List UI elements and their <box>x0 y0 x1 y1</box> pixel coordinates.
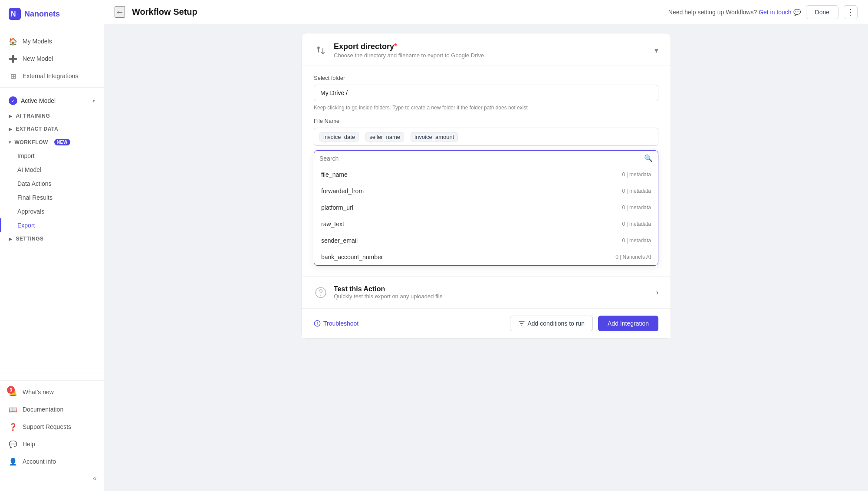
section-label: WORKFLOW <box>15 139 48 145</box>
svg-text:N: N <box>11 10 16 18</box>
dropdown-item-name: platform_url <box>321 204 353 211</box>
dropdown-item-name: sender_email <box>321 237 358 244</box>
integrations-icon: ⊞ <box>9 72 17 80</box>
sidebar-item-my-models[interactable]: 🏠 My Models <box>0 33 104 50</box>
sidebar-item-export[interactable]: Export <box>0 218 104 232</box>
sidebar-item-label: What's new <box>23 389 54 395</box>
test-icon <box>314 286 328 300</box>
app-header: ← Workflow Setup Need help setting up Wo… <box>104 0 868 24</box>
back-button[interactable]: ← <box>115 6 125 18</box>
sidebar-section-extract-data[interactable]: ▶ EXTRACT DATA <box>0 122 104 135</box>
folder-input[interactable] <box>314 85 658 101</box>
export-directory-header: Export directory* Choose the directory a… <box>302 33 671 66</box>
main-content: ← Workflow Setup Need help setting up Wo… <box>104 0 868 491</box>
add-integration-button[interactable]: Add Integration <box>598 316 658 331</box>
section-subtitle: Choose the directory and filename to exp… <box>334 52 486 59</box>
active-model-toggle[interactable]: ✓ Active Model ▾ <box>0 92 104 109</box>
main-scroll-area: Export directory* Choose the directory a… <box>104 24 868 491</box>
sidebar-item-account-info[interactable]: 👤 Account info <box>0 453 104 470</box>
dropdown-item-raw-text[interactable]: raw_text 0 | metadata <box>314 216 658 232</box>
filter-icon <box>518 320 525 327</box>
sidebar-section-workflow[interactable]: ▾ WORKFLOW NEW <box>0 135 104 149</box>
svg-point-3 <box>320 294 321 295</box>
sidebar-item-label: My Models <box>23 38 52 45</box>
select-folder-label: Select folder <box>314 75 658 81</box>
sidebar-item-data-actions[interactable]: Data Actions <box>0 177 104 191</box>
troubleshoot-button[interactable]: Troubleshoot <box>314 320 358 327</box>
test-action-chevron-icon: › <box>656 289 658 297</box>
question-icon: ❓ <box>9 422 17 431</box>
section-label: SETTINGS <box>16 236 44 242</box>
sidebar-item-final-results[interactable]: Final Results <box>0 191 104 204</box>
dropdown-item-forwarded-from[interactable]: forwarded_from 0 | metadata <box>314 183 658 199</box>
dropdown-item-file-name[interactable]: file_name 0 | metadata <box>314 166 658 183</box>
more-icon: ⋮ <box>847 7 855 17</box>
sidebar-section-ai-training[interactable]: ▶ AI TRAINING <box>0 109 104 122</box>
active-model-section: ✓ Active Model ▾ ▶ AI TRAINING ▶ EXTRACT… <box>0 90 104 245</box>
sidebar: N Nanonets 🏠 My Models ➕ New Model ⊞ Ext… <box>0 0 104 491</box>
get-in-touch-link[interactable]: Get in touch <box>759 9 792 16</box>
done-button[interactable]: Done <box>806 5 838 19</box>
dropdown-item-meta: 0 | metadata <box>622 171 651 178</box>
folder-hint: Keep clicking to go inside folders. Type… <box>314 105 658 111</box>
dropdown-list: file_name 0 | metadata forwarded_from 0 … <box>314 166 658 265</box>
dropdown-item-meta: 0 | metadata <box>622 221 651 227</box>
dropdown-item-meta: 0 | metadata <box>622 237 651 244</box>
dropdown-item-name: raw_text <box>321 221 344 227</box>
card-bottom-bar: Troubleshoot Add conditions to run Add I… <box>302 308 671 338</box>
content-inner: Export directory* Choose the directory a… <box>291 24 681 491</box>
sidebar-item-label: Support Requests <box>23 423 71 430</box>
export-directory-body: Select folder Keep clicking to go inside… <box>302 66 671 276</box>
dropdown-item-platform-url[interactable]: platform_url 0 | metadata <box>314 199 658 216</box>
troubleshoot-label: Troubleshoot <box>323 320 358 327</box>
test-title-group: Test this Action Quickly test this expor… <box>334 285 443 300</box>
sidebar-item-whats-new[interactable]: 🔔 3 What's new <box>0 383 104 401</box>
sidebar-item-label: Documentation <box>23 406 63 413</box>
sidebar-section-settings[interactable]: ▶ SETTINGS <box>0 232 104 245</box>
page-title: Workflow Setup <box>132 7 197 17</box>
sidebar-item-support-requests[interactable]: ❓ Support Requests <box>0 418 104 435</box>
test-subtitle: Quickly test this export on any uploaded… <box>334 293 443 300</box>
sidebar-item-approvals[interactable]: Approvals <box>0 204 104 218</box>
dropdown-item-name: forwarded_from <box>321 188 364 194</box>
test-action-section[interactable]: Test this Action Quickly test this expor… <box>302 276 671 308</box>
sidebar-item-ai-model[interactable]: AI Model <box>0 163 104 177</box>
file-name-label: File Name <box>314 118 658 124</box>
sidebar-item-label: Help <box>23 441 35 448</box>
add-conditions-label: Add conditions to run <box>528 320 585 327</box>
sidebar-collapse-button[interactable]: « <box>0 470 104 487</box>
active-model-label: Active Model <box>21 97 56 104</box>
chevron-down-icon: ▾ <box>9 140 11 145</box>
search-input[interactable] <box>319 155 644 162</box>
sidebar-item-label: Account info <box>23 458 56 465</box>
dropdown-item-sender-email[interactable]: sender_email 0 | metadata <box>314 232 658 249</box>
collapse-section-icon[interactable]: ▾ <box>654 46 658 55</box>
search-dropdown: 🔍 file_name 0 | metadata forwarded_from … <box>314 150 658 266</box>
tag-separator-1: _ <box>361 134 364 140</box>
sidebar-bottom: 🔔 3 What's new 📖 Documentation ❓ Support… <box>0 373 104 491</box>
tag-separator-2: _ <box>406 134 409 140</box>
more-options-button[interactable]: ⋮ <box>844 5 858 19</box>
dropdown-item-name: file_name <box>321 171 348 178</box>
sidebar-item-import[interactable]: Import <box>0 149 104 163</box>
dropdown-item-meta: 0 | metadata <box>622 204 651 211</box>
search-icon: 🔍 <box>644 154 653 162</box>
sidebar-item-help[interactable]: 💬 Help <box>0 435 104 453</box>
export-directory-card: Export directory* Choose the directory a… <box>301 33 671 339</box>
workflow-subnav: Import AI Model Data Actions Final Resul… <box>0 149 104 232</box>
book-icon: 📖 <box>9 405 17 414</box>
transfer-icon <box>314 43 328 57</box>
section-title-group: Export directory* Choose the directory a… <box>334 42 486 59</box>
dropdown-item-bank-account-number[interactable]: bank_account_number 0 | Nanonets AI <box>314 249 658 265</box>
sidebar-item-new-model[interactable]: ➕ New Model <box>0 50 104 67</box>
sidebar-logo[interactable]: N Nanonets <box>0 0 104 28</box>
logo-text: Nanonets <box>24 10 60 19</box>
notification-badge: 3 <box>7 386 15 394</box>
chevron-right-icon: ▶ <box>9 114 13 119</box>
sidebar-item-external-integrations[interactable]: ⊞ External Integrations <box>0 67 104 85</box>
section-title: Export directory* <box>334 42 486 51</box>
add-conditions-button[interactable]: Add conditions to run <box>510 316 593 331</box>
file-name-box[interactable]: invoice_date _ seller_name _ invoice_amo… <box>314 128 658 146</box>
active-model-dot: ✓ <box>9 96 17 105</box>
sidebar-item-documentation[interactable]: 📖 Documentation <box>0 401 104 418</box>
